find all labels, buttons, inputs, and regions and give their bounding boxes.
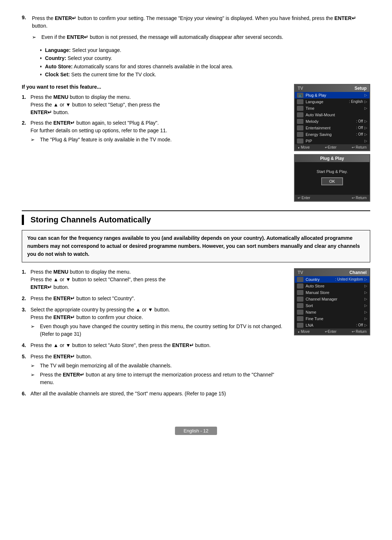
section-title: Storing Channels Automatically (22, 215, 370, 225)
row-icon-time (297, 106, 303, 111)
bullet-clockset: Clock Set: Sets the current time for the… (40, 70, 370, 78)
row-label-melody: Melody (306, 119, 356, 124)
s2-step-num-1: 1. (22, 268, 28, 291)
row-icon-country (297, 277, 303, 282)
step-2-tip: ➢ The "Plug & Play" feature is only avai… (30, 136, 172, 144)
row-icon-finetune (297, 316, 303, 321)
reset-steps-list: 1. Press the MENU button to display the … (22, 93, 283, 144)
channel-tv-label: TV (298, 270, 303, 275)
setup-row-plugplay: 📺 Plug & Play ▷ (295, 92, 369, 98)
reset-section: If you want to reset this feature... 1. … (22, 84, 370, 202)
row-label-time: Time (306, 106, 363, 110)
row-arrow-country: ▷ (364, 277, 367, 281)
plug-play-body: Start Plug & Play. OK (295, 162, 369, 195)
tip-text-5b: Press the ENTER↵ button at any time to i… (40, 371, 283, 386)
channel-footer-enter: ↵Enter (325, 330, 336, 334)
plug-footer-enter: ↵ Enter (298, 196, 310, 200)
channel-footer-return: ↩ Return (352, 330, 367, 334)
steps-section-2: 1. Press the MENU button to display the … (22, 268, 370, 401)
row-label-autowallmount: Auto Wall-Mount (306, 113, 367, 117)
s2-step-5-tip2: ➢ Press the ENTER↵ button at any time to… (30, 371, 283, 386)
plug-play-footer: ↵ Enter ↩ Return (295, 195, 369, 201)
warning-box: You can scan for the frequency ranges av… (22, 230, 370, 262)
row-arrow-pip: ▷ (364, 139, 367, 143)
page-number: English - 12 (175, 427, 217, 435)
plug-footer-return: ↩ Return (352, 196, 367, 200)
row-label-autostore: Auto Store (306, 284, 363, 288)
row-icon-melody (297, 119, 303, 124)
row-label-finetune: Fine Tune (306, 317, 363, 321)
row-arrow-sort: ▷ (364, 303, 367, 307)
row-value-language: : English (349, 100, 363, 104)
s2-step-4-content: Press the ▲ or ▼ button to select "Auto … (30, 342, 283, 349)
row-arrow-time: ▷ (364, 106, 367, 110)
channel-screen-header: TV Channel (295, 269, 369, 276)
plug-play-text: Start Plug & Play. (298, 169, 366, 174)
row-label-entertainment: Entertainment (306, 126, 356, 130)
s2-step-6-content: After all the available channels are sto… (30, 390, 283, 398)
bullet-autostore: Auto Store: Automatically scans for and … (40, 63, 370, 70)
setup-section-label: Setup (355, 86, 367, 91)
tip-text-5a: The TV will begin memorizing all of the … (40, 362, 172, 370)
step-num-2: 2. (22, 119, 28, 144)
s2-step-num-6: 6. (22, 390, 28, 398)
row-value-country: : United Kingdom (335, 277, 363, 281)
setup-row-language: Language : English ▷ (295, 98, 369, 105)
s2-step-num-2: 2. (22, 295, 28, 302)
tip-arrow-5a: ➢ (30, 362, 38, 370)
plug-play-header: Plug & Play (295, 155, 369, 162)
row-value-energysaving: : Off (356, 132, 363, 136)
setup-screen-body: 📺 Plug & Play ▷ Language : English ▷ Tim… (295, 92, 369, 144)
row-label-channelmanager: Channel Manager (306, 297, 363, 301)
row-arrow-finetune: ▷ (364, 317, 367, 321)
subnote-text: Even if the ENTER↵ button is not pressed… (41, 33, 283, 41)
reset-title: If you want to reset this feature... (22, 84, 283, 90)
channel-row-autostore: Auto Store ▷ (295, 283, 369, 289)
tv-ui-container: TV Setup 📺 Plug & Play ▷ Language : Engl… (294, 84, 370, 202)
page-footer: English - 12 (22, 423, 370, 435)
section2-step-4: 4. Press the ▲ or ▼ button to select "Au… (22, 342, 283, 349)
tip-arrow-3: ➢ (30, 323, 38, 338)
page-content: 9. Press the ENTER↵ button to confirm yo… (22, 15, 370, 435)
row-arrow-name: ▷ (364, 310, 367, 314)
plug-play-screen: Plug & Play Start Plug & Play. OK ↵ Ente… (294, 154, 370, 202)
channel-row-manualstore: Manual Store ▷ (295, 289, 369, 296)
step-1-content: Press the MENU button to display the men… (30, 93, 160, 116)
row-label-energysaving: Energy Saving (306, 132, 356, 137)
row-arrow-manualstore: ▷ (364, 290, 367, 294)
footer-move: ⬧ Move (298, 145, 310, 149)
step-9-number: 9. (22, 15, 32, 30)
setup-row-autowallmount: Auto Wall-Mount (295, 112, 369, 118)
row-label-language: Language (306, 100, 349, 104)
arrow-icon: ➢ (32, 33, 40, 41)
s2-step-num-5: 5. (22, 353, 28, 386)
footer-return: ↩ Return (352, 145, 367, 149)
channel-row-country: Country : United Kingdom ▷ (295, 276, 369, 283)
row-icon-lna (297, 323, 303, 328)
row-arrow-language: ▷ (364, 100, 367, 104)
setup-row-pip: PIP ▷ (295, 138, 369, 144)
row-icon-channelmanager (297, 297, 303, 302)
setup-screen-footer: ⬧ Move ↵Enter ↩ Return (295, 144, 369, 150)
channel-screen-footer: ⬧ Move ↵Enter ↩ Return (295, 329, 369, 335)
setup-row-time: Time ▷ (295, 105, 369, 112)
step-9-text: Press the ENTER↵ button to confirm your … (32, 15, 370, 30)
s2-step-5-tip1: ➢ The TV will begin memorizing all of th… (30, 362, 283, 370)
tip-text: The "Plug & Play" feature is only availa… (40, 136, 172, 144)
section2-step-1: 1. Press the MENU button to display the … (22, 268, 283, 291)
channel-row-name: Name ▷ (295, 309, 369, 315)
footer-enter: ↵Enter (325, 145, 336, 149)
row-icon-autostore (297, 283, 303, 289)
row-arrow-autostore: ▷ (364, 284, 367, 288)
steps-left: 1. Press the MENU button to display the … (22, 268, 283, 401)
plug-play-ok[interactable]: OK (321, 177, 343, 185)
section-divider (22, 210, 370, 211)
row-icon-name (297, 310, 303, 315)
row-value-lna: : Off (356, 323, 363, 327)
row-arrow-plugplay: ▷ (364, 93, 367, 97)
row-label-manualstore: Manual Store (306, 290, 363, 295)
s2-step-5-content: Press the ENTER↵ button. ➢ The TV will b… (30, 353, 283, 386)
step-9-subnote: ➢ Even if the ENTER↵ button is not press… (32, 33, 370, 41)
tv-label: TV (298, 86, 303, 91)
row-arrow-melody: ▷ (364, 119, 367, 123)
